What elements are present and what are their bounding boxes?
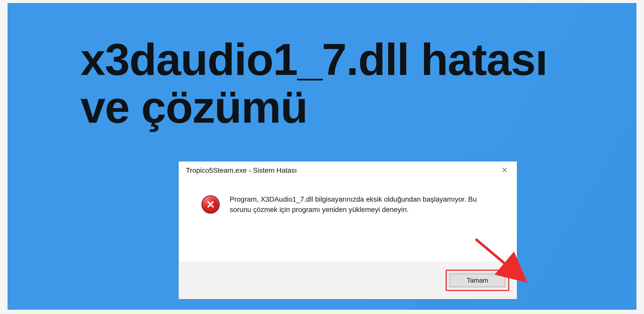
error-dialog: Tropico5Steam.exe - Sistem Hatası (179, 161, 517, 299)
ok-button[interactable]: Tamam (449, 273, 506, 288)
dialog-footer: Tamam (179, 262, 517, 299)
close-button[interactable] (497, 164, 512, 177)
dialog-titlebar[interactable]: Tropico5Steam.exe - Sistem Hatası (179, 162, 517, 179)
ok-button-label: Tamam (467, 277, 488, 284)
close-icon (502, 167, 508, 174)
headline-text: x3daudio1_7.dll hatası ve çözümü (80, 36, 596, 131)
dialog-title: Tropico5Steam.exe - Sistem Hatası (186, 166, 297, 174)
error-icon (202, 195, 220, 213)
dialog-body: Program, X3DAudio1_7.dll bilgisayarınızd… (179, 179, 517, 262)
highlight-box: Tamam (446, 270, 509, 291)
dialog-message: Program, X3DAudio1_7.dll bilgisayarınızd… (230, 194, 499, 215)
slide-background: x3daudio1_7.dll hatası ve çözümü Tropico… (8, 3, 636, 310)
